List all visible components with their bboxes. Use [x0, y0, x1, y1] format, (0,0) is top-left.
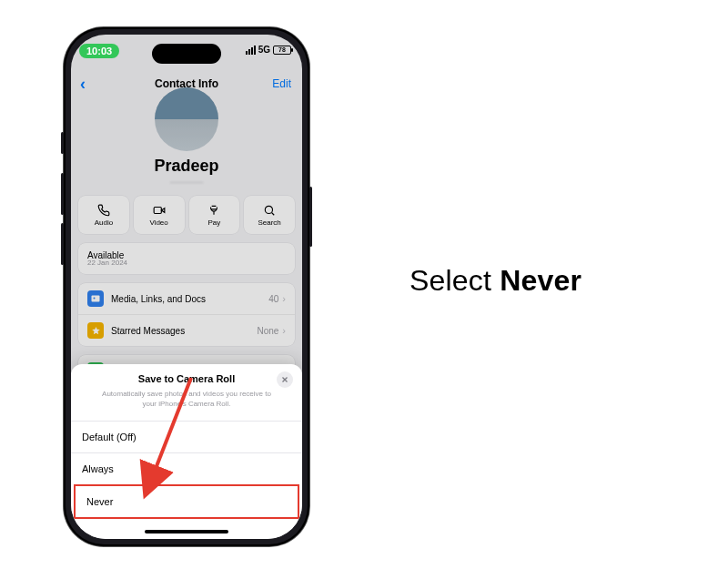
dynamic-island: [152, 44, 221, 64]
save-camera-roll-sheet: Save to Camera Roll Automatically save p…: [71, 364, 302, 539]
instruction-caption: Select Never: [410, 264, 581, 298]
status-time: 10:03: [79, 44, 119, 58]
option-always[interactable]: Always: [71, 452, 302, 484]
option-default[interactable]: Default (Off): [71, 421, 302, 452]
side-button: [61, 132, 64, 154]
sheet-description: Automatically save photos and videos you…: [71, 390, 302, 421]
network-label: 5G: [258, 45, 270, 55]
option-never[interactable]: Never: [74, 484, 299, 519]
caption-bold: Never: [500, 264, 581, 297]
close-icon: [280, 375, 289, 384]
volume-down-button: [61, 223, 64, 265]
phone-frame: 10:03 5G 78 ‹ Contact Info Edit Pradeep …: [64, 27, 309, 546]
battery-icon: 78: [273, 46, 291, 55]
signal-icon: [246, 46, 256, 55]
close-button[interactable]: [277, 371, 293, 388]
home-indicator[interactable]: [145, 530, 228, 533]
volume-up-button: [61, 173, 64, 215]
phone-screen: 10:03 5G 78 ‹ Contact Info Edit Pradeep …: [71, 35, 302, 539]
sheet-title: Save to Camera Roll: [138, 373, 235, 384]
power-button: [309, 187, 312, 247]
caption-pre: Select: [410, 264, 500, 297]
